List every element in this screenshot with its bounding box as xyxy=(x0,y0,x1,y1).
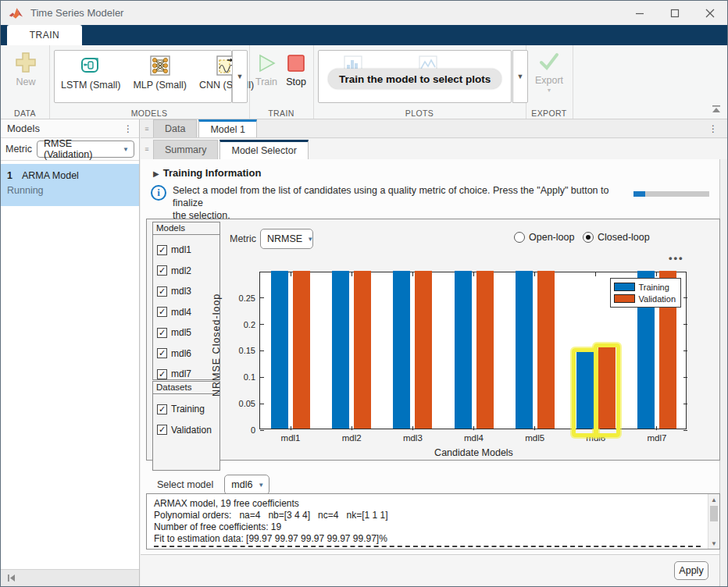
checkbox-checked-icon[interactable]: ✓ xyxy=(157,286,167,297)
checkbox-label: Validation xyxy=(171,425,212,436)
panel-collapse-bar[interactable] xyxy=(1,569,139,586)
checkbox-dataset-training[interactable]: ✓Training xyxy=(157,399,219,420)
checkbox-checked-icon[interactable]: ✓ xyxy=(157,425,167,435)
checkbox-model-mdl2[interactable]: ✓mdl2 xyxy=(157,261,219,282)
checkbox-checked-icon[interactable]: ✓ xyxy=(157,245,167,255)
model-template-lstm[interactable]: LSTM (Small) xyxy=(55,51,127,102)
chart-legend: TrainingValidation xyxy=(610,278,682,308)
y-tick-label: 0.25 xyxy=(229,294,255,303)
model-item-index: 1 xyxy=(7,170,12,181)
plus-icon xyxy=(15,52,37,73)
collapse-ribbon-button[interactable] xyxy=(712,102,721,116)
checkbox-label: mdl1 xyxy=(171,244,191,255)
x-tick xyxy=(534,272,535,276)
panel-title: Models xyxy=(7,123,40,134)
checkbox-label: Training xyxy=(171,404,205,414)
x-tick xyxy=(352,272,352,276)
checkbox-checked-icon[interactable]: ✓ xyxy=(157,307,167,317)
checkbox-checked-icon[interactable]: ✓ xyxy=(157,265,167,276)
checkbox-model-mdl4[interactable]: ✓mdl4 xyxy=(157,302,219,323)
section-label-train: TRAIN xyxy=(249,109,313,118)
y-tick xyxy=(260,377,264,378)
plots-gallery: Histogram Train the model to select plot… xyxy=(318,50,512,103)
chevron-down-icon: ▼ xyxy=(302,236,313,243)
scroll-up-icon[interactable]: ▲ xyxy=(708,494,719,505)
training-information-expander[interactable]: ▶Training Information xyxy=(153,167,261,179)
training-progress-bar xyxy=(633,191,709,197)
close-button[interactable] xyxy=(692,1,727,25)
tab-summary[interactable]: Summary xyxy=(153,140,218,159)
y-tick xyxy=(683,377,687,378)
checkbox-dataset-validation[interactable]: ✓Validation xyxy=(157,420,219,441)
ribbon-tab-band: TRAIN xyxy=(1,25,727,45)
metric-dropdown[interactable]: RMSE (Validation) ▼ xyxy=(37,141,134,158)
model-list-item-selected[interactable]: 1ARMA Model Running xyxy=(1,164,139,206)
model-template-cnn[interactable]: CNN (Small) xyxy=(193,51,260,102)
scrollbar[interactable]: ▲ ▼ xyxy=(708,494,719,549)
tab-model-1[interactable]: Model 1 xyxy=(198,119,256,137)
model-template-mlp[interactable]: MLP (Small) xyxy=(127,51,193,102)
info-icon: i xyxy=(151,185,166,201)
app-window: Time Series Modeler TRAIN New DATA xyxy=(0,0,728,587)
minimize-button[interactable] xyxy=(622,1,657,25)
maximize-button[interactable] xyxy=(657,1,692,25)
chevron-down-icon: ▼ xyxy=(253,482,264,489)
radio-closed-loop[interactable]: Closed-loop xyxy=(583,232,650,243)
datasets-group: Datasets ✓Training✓Validation xyxy=(152,381,220,471)
tab-model-selector[interactable]: Model Selector xyxy=(219,140,308,159)
radio-icon xyxy=(583,232,594,243)
checkbox-label: mdl7 xyxy=(171,368,191,379)
x-tick-label: mdl5 xyxy=(525,433,544,443)
drag-handle-icon[interactable]: ≡ xyxy=(141,125,153,133)
models-gallery-dropdown[interactable]: ▼ xyxy=(232,50,248,103)
select-model-label: Select model xyxy=(157,479,213,490)
section-label-models: MODELS xyxy=(49,109,249,118)
x-tick-label: mdl4 xyxy=(464,433,484,443)
bar-chart: Candidate Models TrainingValidation 00.0… xyxy=(259,272,687,429)
bar-validation-mdl2 xyxy=(354,271,371,429)
model-template-label: MLP (Small) xyxy=(133,80,187,91)
checkbox-label: mdl3 xyxy=(171,286,191,297)
bar-training-mdl5 xyxy=(516,271,533,429)
checkbox-checked-icon[interactable]: ✓ xyxy=(157,328,167,338)
footer-bar: Apply xyxy=(141,554,719,586)
select-model-dropdown[interactable]: mdl6 ▼ xyxy=(224,475,269,495)
new-button: New xyxy=(7,52,45,87)
checkbox-checked-icon[interactable]: ✓ xyxy=(157,404,167,414)
x-tick xyxy=(412,426,413,430)
chevron-down-icon: ▼ xyxy=(118,146,129,153)
export-button-label: Export xyxy=(535,75,563,86)
info-message: Select a model from the list of candidat… xyxy=(173,184,633,222)
stop-button[interactable]: Stop xyxy=(282,53,310,87)
checkbox-model-mdl5[interactable]: ✓mdl5 xyxy=(157,322,219,343)
x-tick xyxy=(595,272,596,276)
legend-entry-validation: Validation xyxy=(614,293,676,304)
checkbox-model-mdl1[interactable]: ✓mdl1 xyxy=(157,240,219,261)
checkbox-model-mdl6[interactable]: ✓mdl6 xyxy=(157,343,219,365)
plots-gallery-dropdown[interactable]: ▼ xyxy=(512,50,528,103)
tab-train[interactable]: TRAIN xyxy=(7,25,82,45)
chart-metric-label: Metric xyxy=(230,233,256,244)
chart-options-icon[interactable]: ••• xyxy=(669,252,684,264)
model-info-textarea[interactable]: ARMAX model, 19 free coefficients Polyno… xyxy=(146,493,720,550)
checkbox-checked-icon[interactable]: ✓ xyxy=(157,348,167,358)
radio-open-loop[interactable]: Open-loop xyxy=(514,232,574,243)
scroll-down-icon[interactable]: ▼ xyxy=(708,538,719,549)
document-menu-icon[interactable]: ⋮ xyxy=(708,124,718,133)
train-button-label: Train xyxy=(255,76,277,87)
panel-menu-icon[interactable]: ⋮ xyxy=(123,124,133,133)
legend-entry-training: Training xyxy=(614,281,676,293)
x-tick xyxy=(656,426,657,430)
scrollbar-thumb[interactable] xyxy=(710,506,718,521)
checkbox-checked-icon[interactable]: ✓ xyxy=(157,369,167,379)
drag-handle-icon[interactable]: ≡ xyxy=(141,145,153,153)
checkbox-model-mdl3[interactable]: ✓mdl3 xyxy=(157,281,219,302)
mlp-icon xyxy=(149,55,171,76)
model-item-status: Running xyxy=(7,185,133,196)
apply-button[interactable]: Apply xyxy=(674,561,708,580)
x-tick-label: mdl3 xyxy=(403,433,423,443)
checkbox-label: mdl2 xyxy=(171,265,191,276)
y-tick xyxy=(683,297,687,298)
chart-metric-dropdown[interactable]: NRMSE ▼ xyxy=(260,229,313,249)
tab-data[interactable]: Data xyxy=(153,119,197,137)
